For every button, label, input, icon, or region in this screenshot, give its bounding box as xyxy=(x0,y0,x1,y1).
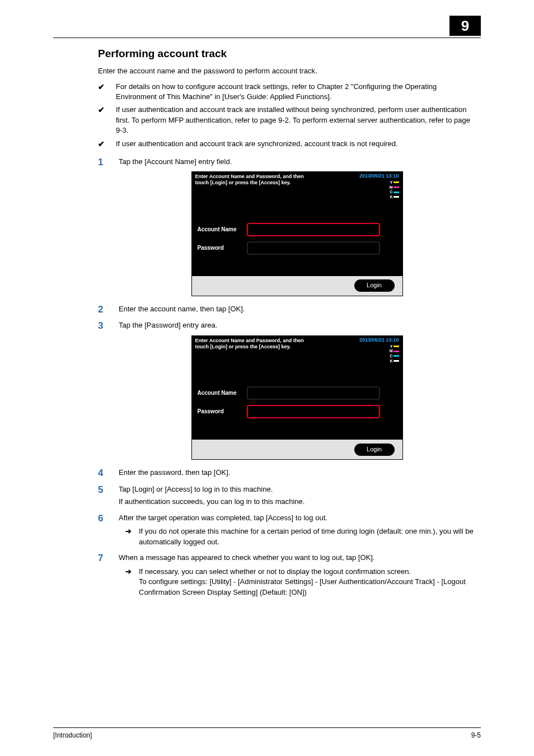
login-button[interactable]: Login xyxy=(354,279,395,292)
checklist-text: For details on how to configure account … xyxy=(116,82,475,102)
checklist-item: ✔ If user authentication and account tra… xyxy=(98,105,475,136)
account-name-input[interactable] xyxy=(247,223,380,236)
step-item: 5 Tap [Login] or [Access] to log in to t… xyxy=(98,484,475,507)
arrow-icon: ➔ xyxy=(125,526,133,547)
toner-indicator: Y M C K xyxy=(359,180,399,199)
check-icon: ✔ xyxy=(98,82,108,102)
toner-indicator: Y M C K xyxy=(359,344,399,363)
step-item: 7 When a message has appeared to check w… xyxy=(98,553,475,598)
step-number: 6 xyxy=(98,513,108,547)
check-icon: ✔ xyxy=(98,105,108,136)
step-item: 2 Enter the account name, then tap [OK]. xyxy=(98,304,475,315)
password-label: Password xyxy=(198,408,241,416)
password-input[interactable] xyxy=(247,241,380,255)
page-heading: Performing account track xyxy=(98,48,475,60)
step-item: 1 Tap the [Account Name] entry field. En… xyxy=(98,157,475,298)
step-text: Enter the account name, then tap [OK]. xyxy=(119,305,245,313)
page-footer: [Introduction] 9-5 xyxy=(53,727,481,739)
panel-instruction: Enter Account Name and Password, and the… xyxy=(195,174,304,186)
step-text: Tap the [Account Name] entry field. xyxy=(119,157,232,166)
footer-left: [Introduction] xyxy=(53,731,92,739)
step-text: Tap [Login] or [Access] to log in to thi… xyxy=(119,485,273,493)
step-text: After the target operation was completed… xyxy=(119,514,327,522)
account-name-input[interactable] xyxy=(247,386,380,400)
account-name-label: Account Name xyxy=(198,389,241,397)
step-item: 6 After the target operation was complet… xyxy=(98,513,475,547)
panel-datetime: 2013/05/21 13:10 xyxy=(359,337,399,343)
checklist-text: If user authentication and account track… xyxy=(116,105,475,136)
steps-list: 1 Tap the [Account Name] entry field. En… xyxy=(98,157,475,598)
footer-right: 9-5 xyxy=(471,731,481,739)
step-text: Tap the [Password] entry area. xyxy=(119,321,217,329)
step-item: 4 Enter the password, then tap [OK]. xyxy=(98,468,475,479)
check-icon: ✔ xyxy=(98,139,108,150)
step-text: When a message has appeared to check whe… xyxy=(119,553,374,562)
panel-instruction: Enter Account Name and Password, and the… xyxy=(195,338,304,351)
sub-text: If necessary, you can select whether or … xyxy=(139,567,475,598)
arrow-icon: ➔ xyxy=(125,567,133,598)
intro-text: Enter the account name and the password … xyxy=(98,66,475,76)
checklist: ✔ For details on how to configure accoun… xyxy=(98,82,475,150)
password-input[interactable] xyxy=(247,405,380,418)
panel-datetime: 2013/05/21 13:10 xyxy=(359,173,399,179)
step-number: 5 xyxy=(98,484,108,507)
checklist-item: ✔ For details on how to configure accoun… xyxy=(98,82,475,102)
main-content: Performing account track Enter the accou… xyxy=(98,48,475,603)
chapter-number-banner: 9 xyxy=(449,16,481,36)
checklist-text: If user authentication and account track… xyxy=(116,139,398,150)
step-number: 7 xyxy=(98,553,108,598)
login-panel-figure-2: Enter Account Name and Password, and the… xyxy=(191,335,403,460)
account-name-label: Account Name xyxy=(198,226,241,234)
checklist-item: ✔ If user authentication and account tra… xyxy=(98,139,475,150)
password-label: Password xyxy=(198,244,241,252)
login-panel-figure-1: Enter Account Name and Password, and the… xyxy=(191,171,403,296)
step-number: 4 xyxy=(98,468,108,479)
step-number: 2 xyxy=(98,304,108,315)
sub-text: If you do not operate this machine for a… xyxy=(139,526,475,547)
login-button[interactable]: Login xyxy=(354,444,395,456)
top-divider xyxy=(53,38,481,38)
step-extra-text: If authentication succeeds, you can log … xyxy=(119,497,475,507)
step-number: 1 xyxy=(98,157,108,298)
step-item: 3 Tap the [Password] entry area. Enter A… xyxy=(98,320,475,462)
step-number: 3 xyxy=(98,320,108,462)
step-text: Enter the password, then tap [OK]. xyxy=(119,468,230,477)
